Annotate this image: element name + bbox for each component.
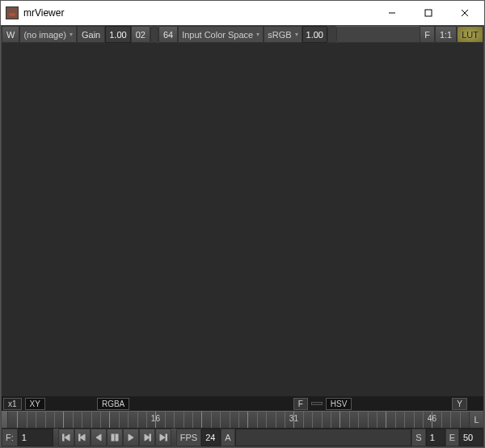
ics-label: Input Color Space [182, 30, 253, 40]
channels-chip[interactable]: RGBA [97, 398, 129, 410]
client-area: W (no image) ▾ Gain 1.00 02 64 Input Col… [1, 25, 484, 447]
a-label[interactable]: A [221, 429, 234, 446]
svg-marker-5 [65, 434, 70, 441]
one-to-one-button[interactable]: 1:1 [435, 26, 457, 43]
end-label: E [445, 429, 459, 446]
image-name-label: (no image) [23, 30, 66, 40]
ics-value: sRGB [268, 30, 291, 40]
minimize-button[interactable] [373, 1, 410, 24]
pixel-info-bar: x1 XY RGBA F HSV Y [2, 396, 483, 411]
zoom-chip[interactable]: x1 [3, 398, 22, 410]
titlebar[interactable]: mrViewer [1, 1, 484, 25]
maximize-button[interactable] [410, 1, 446, 24]
fps-label: FPS [176, 429, 201, 446]
timeline-tick-label: 31 [289, 414, 298, 423]
color-space-value-dropdown[interactable]: sRGB ▾ [264, 26, 302, 43]
goto-end-button[interactable] [155, 429, 171, 446]
chevron-down-icon: ▾ [256, 31, 259, 38]
svg-rect-4 [62, 434, 64, 441]
svg-marker-6 [80, 434, 85, 441]
top-toolbar: W (no image) ▾ Gain 1.00 02 64 Input Col… [2, 26, 483, 43]
float-toggle[interactable]: F [293, 398, 308, 410]
image-viewport[interactable] [2, 43, 483, 396]
frame-label: F: [2, 429, 18, 446]
chevron-down-icon: ▾ [70, 31, 73, 38]
goto-start-button[interactable] [58, 429, 74, 446]
gain-field[interactable]: 1.00 [105, 26, 130, 43]
pause-button[interactable] [107, 429, 123, 446]
transport-bar: F: 1 FPS 24 A S 1 E 50 [2, 429, 483, 446]
fit-button[interactable]: F [420, 26, 435, 43]
timeline-track[interactable]: 163146 [8, 412, 469, 428]
svg-rect-1 [425, 10, 432, 16]
lut-button[interactable]: LUT [457, 26, 483, 43]
svg-marker-8 [96, 434, 101, 441]
window-buttons [373, 1, 483, 25]
color-swatch [311, 402, 323, 405]
exposure-step[interactable]: 02 [131, 26, 150, 43]
chevron-down-icon: ▾ [295, 31, 298, 38]
svg-rect-13 [150, 434, 151, 441]
input-color-space-dropdown[interactable]: Input Color Space ▾ [178, 26, 264, 43]
window-title: mrViewer [23, 7, 373, 19]
svg-marker-12 [145, 434, 150, 441]
svg-marker-11 [129, 434, 133, 441]
play-back-button[interactable] [91, 429, 107, 446]
start-label: S [411, 429, 425, 446]
gain-label: Gain [77, 26, 105, 43]
coord-mode-chip[interactable]: XY [25, 398, 45, 410]
luma-chip[interactable]: Y [452, 398, 467, 410]
toolbar-spacer [337, 26, 420, 43]
svg-rect-9 [112, 434, 114, 441]
svg-rect-7 [78, 434, 80, 441]
gamma-field[interactable]: 1.00 [302, 26, 327, 43]
exposure-knob-icon[interactable] [150, 26, 158, 43]
fps-field[interactable]: 24 [201, 429, 221, 446]
frame-field[interactable]: 1 [18, 429, 53, 446]
close-button[interactable] [446, 1, 483, 24]
svg-rect-15 [166, 434, 167, 441]
app-icon [6, 6, 19, 19]
exposure-value[interactable]: 64 [158, 26, 178, 43]
svg-marker-14 [160, 434, 165, 441]
timeline-tick-label: 46 [428, 414, 436, 423]
step-back-button[interactable] [74, 429, 91, 446]
end-field[interactable]: 50 [459, 429, 483, 446]
gamma-knob-icon[interactable] [327, 26, 337, 43]
start-field[interactable]: 1 [426, 429, 445, 446]
wipe-button[interactable]: W [2, 26, 19, 43]
timeline[interactable]: 163146 L [2, 411, 483, 429]
play-forward-button[interactable] [123, 429, 139, 446]
timeline-tick-label: 16 [151, 414, 160, 423]
timeline-start-handle[interactable] [2, 412, 8, 428]
image-selector[interactable]: (no image) ▾ [19, 26, 77, 43]
step-forward-button[interactable] [139, 429, 155, 446]
transport-slider[interactable] [235, 429, 412, 446]
svg-rect-10 [116, 434, 118, 441]
hsv-chip[interactable]: HSV [326, 398, 352, 410]
loop-button[interactable]: L [469, 412, 483, 428]
app-window: mrViewer W (no image) ▾ Gain 1.00 02 [0, 0, 485, 448]
